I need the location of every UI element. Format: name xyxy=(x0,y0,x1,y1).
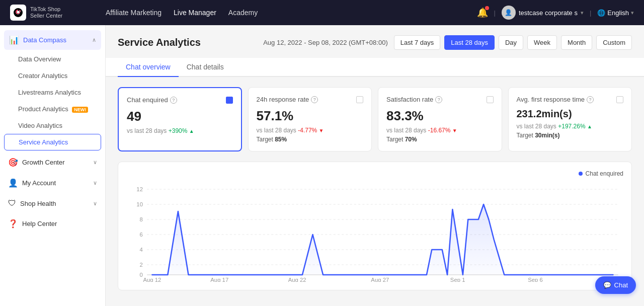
shop-health-chevron-icon: ∨ xyxy=(93,200,97,207)
sidebar-item-data-overview[interactable]: Data Overview xyxy=(0,51,105,67)
svg-text:4: 4 xyxy=(140,247,143,253)
legend-label: Chat enquired xyxy=(586,170,623,177)
page-header: Service Analytics Aug 12, 2022 - Sep 08,… xyxy=(118,35,632,50)
notification-button[interactable]: 🔔 xyxy=(477,7,488,18)
svg-text:Aug 17: Aug 17 xyxy=(210,277,228,282)
main-nav: Affiliate Marketing Live Manager Academy xyxy=(106,7,462,19)
user-name: testcase corporate s xyxy=(519,9,578,17)
metric-vs-1: vs last 28 days +390% ▲ xyxy=(127,127,233,134)
metric-card-satisfaction: Satisfaction rate ? 83.3% vs last 28 day… xyxy=(378,87,502,151)
chart-legend: Chat enquired xyxy=(126,170,623,177)
header-divider-1: | xyxy=(494,9,496,17)
logo-main-text: TikTok Shop xyxy=(30,6,62,13)
metric-change-2: -4.77% xyxy=(298,127,317,134)
main-content: Service Analytics Aug 12, 2022 - Sep 08,… xyxy=(106,25,644,306)
sidebar-section-help-center: ❓ Help Center xyxy=(0,214,105,234)
info-icon-3[interactable]: ? xyxy=(435,96,442,103)
chat-fab[interactable]: 💬 Chat xyxy=(595,276,636,294)
target-value-3: 70% xyxy=(405,136,417,143)
sidebar-item-product-analytics[interactable]: Product Analytics NEW! xyxy=(0,101,105,117)
sidebar-item-creator-analytics[interactable]: Creator Analytics xyxy=(0,67,105,84)
growth-center-chevron-icon: ∨ xyxy=(93,159,97,166)
bar-chart-icon: 📊 xyxy=(9,35,19,45)
chart-container: Chat enquired xyxy=(118,162,632,290)
target-value-4: 30min(s) xyxy=(535,132,559,139)
filter-last-7-days[interactable]: Last 7 days xyxy=(394,35,441,50)
metric-header-3: Satisfaction rate ? xyxy=(386,96,494,103)
info-icon-2[interactable]: ? xyxy=(311,96,318,103)
account-icon: 👤 xyxy=(8,178,18,188)
legend-item-chat-enquired: Chat enquired xyxy=(579,170,623,177)
sidebar-section-header-help-center[interactable]: ❓ Help Center xyxy=(0,214,105,234)
legend-dot xyxy=(579,172,583,176)
metric-header-1: Chat enquired ? xyxy=(127,96,233,104)
my-account-chevron-icon: ∨ xyxy=(93,180,97,186)
metric-value-4: 231.2min(s) xyxy=(517,108,624,120)
nav-affiliate-marketing[interactable]: Affiliate Marketing xyxy=(106,7,162,19)
tab-chat-details[interactable]: Chat details xyxy=(179,58,232,77)
filter-custom[interactable]: Custom xyxy=(596,35,632,50)
language-label: English xyxy=(607,9,629,17)
sidebar-item-video-analytics[interactable]: Video Analytics xyxy=(0,117,105,134)
sidebar-section-shop-health: 🛡 Shop Health ∨ xyxy=(0,194,105,213)
sidebar-item-livestreams-analytics[interactable]: Livestreams Analytics xyxy=(0,84,105,101)
metric-label-text-1: Chat enquired xyxy=(127,96,168,104)
language-chevron-icon: ▾ xyxy=(631,10,634,16)
sidebar-item-service-analytics[interactable]: Service Analytics xyxy=(4,134,101,150)
svg-text:8: 8 xyxy=(140,216,143,222)
info-icon-1[interactable]: ? xyxy=(170,97,177,104)
date-range-area: Aug 12, 2022 - Sep 08, 2022 (GMT+08:00) … xyxy=(263,35,632,50)
metric-checkbox-2[interactable] xyxy=(356,96,363,103)
svg-text:Aug 27: Aug 27 xyxy=(371,277,389,282)
product-analytics-label: Product Analytics xyxy=(18,105,68,113)
svg-text:2: 2 xyxy=(140,262,143,268)
sidebar-section-my-account: 👤 My Account ∨ xyxy=(0,173,105,193)
metrics-row: Chat enquired ? 49 vs last 28 days +390%… xyxy=(118,87,632,151)
account-header-left: 👤 My Account xyxy=(8,178,56,188)
metric-label-text-4: Avg. first response time xyxy=(517,96,585,103)
help-center-icon: ❓ xyxy=(8,219,18,228)
metric-label-4: Avg. first response time ? xyxy=(517,96,594,103)
metric-label-text-3: Satisfaction rate xyxy=(386,96,433,103)
filter-week[interactable]: Week xyxy=(527,35,557,50)
sidebar-section-header-shop-health[interactable]: 🛡 Shop Health ∨ xyxy=(0,194,105,213)
user-menu[interactable]: 👤 testcase corporate s ▾ xyxy=(502,6,584,20)
metric-header-4: Avg. first response time ? xyxy=(517,96,624,103)
metric-checkbox-3[interactable] xyxy=(487,96,494,103)
metric-target-2: Target 85% xyxy=(257,136,364,143)
svg-text:12: 12 xyxy=(136,186,143,192)
logo-icon xyxy=(10,5,26,21)
metric-value-2: 57.1% xyxy=(257,108,364,124)
metric-checkbox-4[interactable] xyxy=(616,96,623,103)
nav-academy[interactable]: Academy xyxy=(228,7,258,19)
language-selector[interactable]: 🌐 English ▾ xyxy=(597,9,634,17)
tab-chat-overview[interactable]: Chat overview xyxy=(118,58,179,77)
metric-label-1: Chat enquired ? xyxy=(127,96,177,104)
metric-change-3: -16.67% xyxy=(428,127,451,134)
sidebar-section-header-my-account[interactable]: 👤 My Account ∨ xyxy=(0,173,105,193)
filter-month[interactable]: Month xyxy=(561,35,592,50)
chart-svg: 12 10 8 6 4 2 0 Aug 12 Aug 17 Aug 22 Aug… xyxy=(126,181,623,282)
layout: 📊 Data Compass ∧ Data Overview Creator A… xyxy=(0,25,644,306)
metric-vs-2: vs last 28 days -4.77% ▼ xyxy=(257,127,364,134)
svg-text:Aug 22: Aug 22 xyxy=(288,277,306,282)
globe-icon: 🌐 xyxy=(597,9,605,17)
metric-card-chat-enquired: Chat enquired ? 49 vs last 28 days +390%… xyxy=(118,87,242,151)
growth-header-left: 🎯 Growth Center xyxy=(8,158,65,167)
filter-day[interactable]: Day xyxy=(499,35,523,50)
user-chevron-icon: ▾ xyxy=(581,10,584,16)
sidebar-section-growth-center: 🎯 Growth Center ∨ xyxy=(0,152,105,172)
nav-live-manager[interactable]: Live Manager xyxy=(174,7,216,19)
metric-checkbox-1[interactable] xyxy=(226,97,233,104)
sidebar-section-header-data-compass[interactable]: 📊 Data Compass ∧ xyxy=(4,30,101,50)
svg-text:Aug 12: Aug 12 xyxy=(143,277,162,282)
chat-fab-icon: 💬 xyxy=(603,281,611,289)
metric-change-1: +390% xyxy=(169,127,188,134)
sidebar-header-left: 📊 Data Compass xyxy=(9,35,66,45)
info-icon-4[interactable]: ? xyxy=(587,96,594,103)
metric-value-1: 49 xyxy=(127,109,233,124)
vs-label-1: vs last 28 days xyxy=(127,127,167,134)
sidebar-section-header-growth-center[interactable]: 🎯 Growth Center ∨ xyxy=(0,152,105,172)
filter-last-28-days[interactable]: Last 28 days xyxy=(444,35,495,50)
data-compass-chevron-icon: ∧ xyxy=(92,37,96,43)
